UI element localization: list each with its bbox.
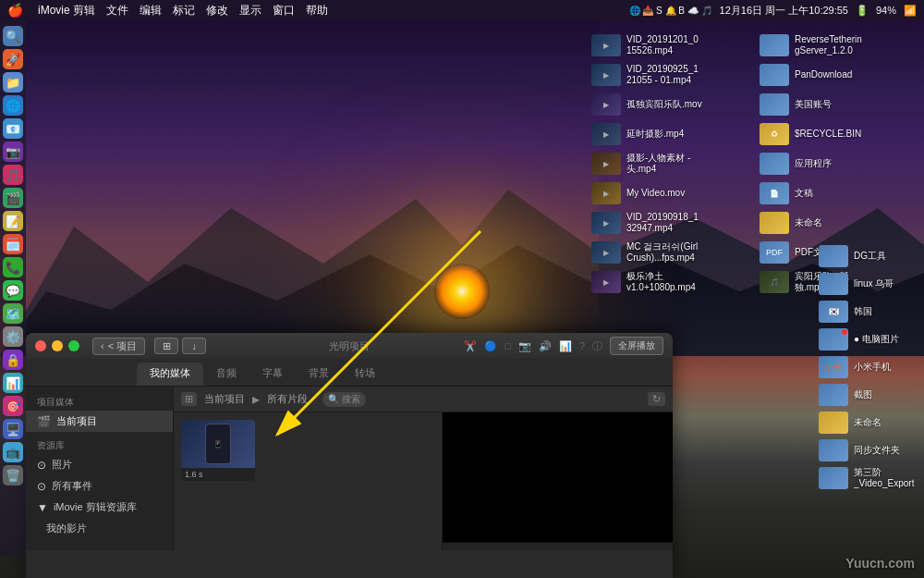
file-thumb-myvideo: ▶ [591, 182, 621, 204]
dock-notes[interactable]: 📝 [3, 211, 23, 231]
file-vid1[interactable]: ▶ VID_20191201_015526.mp4 [586, 31, 752, 59]
imovie-preview-pane: ⏮ ⏪ ▶ ⏩ ⏭ 00:00:00:00 [442, 412, 673, 550]
folder-linux-bro[interactable]: linux 乌哥 [813, 270, 924, 298]
dock-calendar[interactable]: 🗓️ [3, 234, 23, 254]
window-menu[interactable]: 窗口 [273, 3, 295, 18]
folder-applications[interactable]: 应用程序 [754, 150, 920, 178]
dock-safari[interactable]: 🌐 [3, 95, 23, 116]
dock-photos[interactable]: 📷 [3, 141, 23, 162]
dock-settings[interactable]: ⚙️ [3, 326, 23, 347]
app-name-menu[interactable]: iMovie 剪辑 [38, 3, 95, 18]
nav-down-button[interactable]: ↓ [182, 338, 206, 354]
toolbar-icon-bar[interactable]: 📊 [559, 340, 572, 352]
folder-unnamed2[interactable]: 未命名 [813, 409, 924, 437]
toolbar-icon-audio[interactable]: 🔊 [539, 340, 552, 352]
dock-mail[interactable]: 📧 [3, 118, 23, 139]
file-portrait[interactable]: ▶ 摄影-人物素材 -头.mp4 [586, 150, 752, 178]
preview-prev-button[interactable]: ⏪ [499, 550, 515, 551]
sidebar-item-all-events[interactable]: ⊙ 所有事件 [26, 475, 173, 497]
dock-app5[interactable]: 📺 [3, 442, 23, 462]
search-bar[interactable]: 🔍 搜索 [322, 392, 366, 407]
tab-transitions[interactable]: 转场 [342, 363, 388, 386]
folder-thirdstage[interactable]: 第三阶_Video_Export [813, 464, 924, 492]
toolbar-icon-help[interactable]: ? [579, 340, 585, 351]
imovie-lib-icon: ▼ [37, 501, 48, 514]
dock-finder[interactable]: 🔍 [3, 26, 23, 46]
tab-subtitles[interactable]: 字幕 [249, 363, 296, 386]
dock-trash[interactable]: 🗑️ [3, 465, 23, 486]
folder-sketch[interactable]: 截图 [813, 381, 924, 409]
fullscreen-button[interactable]: 全屏播放 [610, 337, 663, 355]
dock: 🔍 🚀 📁 🌐 📧 📷 🎵 🎬 📝 🗓️ 📞 💬 🗺️ ⚙️ 🔒 📊 🎯 🖥️ … [0, 20, 26, 557]
edit-menu[interactable]: 编辑 [140, 3, 162, 18]
sidebar-item-my-movies[interactable]: 我的影片 [26, 518, 173, 539]
dock-launchpad[interactable]: 🚀 [3, 49, 23, 69]
file-girlcrush[interactable]: ▶ MC 걸크러쉬(GirlCrush)...fps.mp4 [586, 239, 752, 266]
filter-label: 当前项目 [204, 392, 245, 406]
refresh-button[interactable]: ↻ [648, 392, 665, 406]
sidebar-item-imovie-lib[interactable]: ▼ iMovie 剪辑资源库 [26, 497, 173, 518]
tab-audio[interactable]: 音频 [203, 363, 249, 386]
close-button[interactable] [35, 340, 46, 351]
folder-unnamed1[interactable]: 未命名 [754, 209, 920, 237]
tab-backgrounds[interactable]: 背景 [296, 363, 342, 386]
back-to-projects-button[interactable]: ‹ < 项目 [92, 338, 145, 355]
file-mov1[interactable]: ▶ 孤独宾阳乐队.mov [586, 91, 752, 118]
dock-facetime[interactable]: 📞 [3, 257, 23, 277]
folder-documents[interactable]: 📄 文稿 [754, 179, 920, 207]
file-vid3[interactable]: ▶ VID_20190918_132947.mp4 [586, 209, 752, 237]
preview-forward-button[interactable]: ⏭ [564, 550, 577, 551]
toolbar-icon-color[interactable]: 🔵 [484, 340, 497, 352]
datetime: 12月16日 周一 上午10:29:55 [720, 4, 848, 18]
help-menu[interactable]: 帮助 [306, 3, 328, 18]
file-vid2[interactable]: ▶ VID_20190925_121055 - 01.mp4 [586, 61, 752, 89]
dock-imovie[interactable]: 🎬 [3, 188, 23, 208]
folder-pandownload[interactable]: PanDownload [754, 61, 920, 89]
sidebar-item-current-project[interactable]: 🎬 当前项目 [26, 411, 173, 432]
dock-messages[interactable]: 💬 [3, 280, 23, 301]
folder-xiaomi[interactable]: 小米 小米手机 [813, 353, 924, 381]
preview-play-button[interactable]: ▶ [522, 548, 533, 550]
preview-next-button[interactable]: ⏩ [541, 550, 556, 551]
folder-sync[interactable]: 同步文件夹 [813, 437, 924, 464]
dock-app3[interactable]: 🎯 [3, 396, 23, 416]
folder-usaccount[interactable]: 美国账号 [754, 91, 920, 118]
import-button[interactable]: ⊞ [181, 392, 197, 406]
name-sync: 同步文件夹 [854, 445, 900, 456]
name-thirdstage: 第三阶_Video_Export [854, 467, 914, 489]
media-thumb-1[interactable]: 📱 1.6 s [181, 420, 255, 481]
preview-back-button[interactable]: ⏮ [479, 550, 492, 551]
modify-menu[interactable]: 修改 [206, 3, 228, 18]
name-unnamed2: 未命名 [854, 417, 881, 428]
view-menu[interactable]: 显示 [239, 3, 261, 18]
sidebar-item-photos[interactable]: ⊙ 照片 [26, 454, 173, 475]
mark-menu[interactable]: 标记 [173, 3, 195, 18]
tab-my-media[interactable]: 我的媒体 [137, 363, 203, 386]
apple-menu[interactable]: 🍎 [7, 3, 23, 18]
file-myvideo[interactable]: ▶ My Video.mov [586, 179, 752, 207]
file-elysium[interactable]: ▶ 极乐净土v1.0+1080p.mp4 [586, 268, 752, 296]
file-menu[interactable]: 文件 [106, 3, 128, 18]
toolbar-icon-crop[interactable]: ✂️ [464, 340, 477, 352]
dock-music[interactable]: 🎵 [3, 165, 23, 185]
dock-app4[interactable]: 🖥️ [3, 419, 23, 439]
toolbar-icon-camera[interactable]: 📷 [518, 340, 531, 352]
dock-app1[interactable]: 🔒 [3, 350, 23, 370]
thumb-applications [760, 153, 789, 175]
dock-maps[interactable]: 🗺️ [3, 303, 23, 324]
folder-dg-tools[interactable]: DG工具 [813, 242, 924, 270]
folder-korea[interactable]: 🇰🇷 韩国 [813, 298, 924, 326]
folder-reverseteather[interactable]: ReverseTetheringServer_1.2.0 [754, 31, 920, 59]
file-name-vid2: VID_20190925_121055 - 01.mp4 [626, 64, 699, 86]
toolbar-icon-stabilize[interactable]: □ [505, 340, 511, 351]
name-recycle: $RECYCLE.BIN [795, 129, 861, 140]
folder-pc-photos[interactable]: ● 电脑图片 [813, 326, 924, 353]
nav-grid-button[interactable]: ⊞ [154, 338, 178, 354]
maximize-button[interactable] [68, 340, 79, 351]
dock-files[interactable]: 📁 [3, 72, 23, 92]
dock-app2[interactable]: 📊 [3, 373, 23, 393]
folder-recycle[interactable]: ♻ $RECYCLE.BIN [754, 120, 920, 148]
toolbar-icon-info[interactable]: ⓘ [592, 339, 602, 353]
file-timelapse[interactable]: ▶ 延时摄影.mp4 [586, 120, 752, 148]
minimize-button[interactable] [52, 340, 63, 351]
